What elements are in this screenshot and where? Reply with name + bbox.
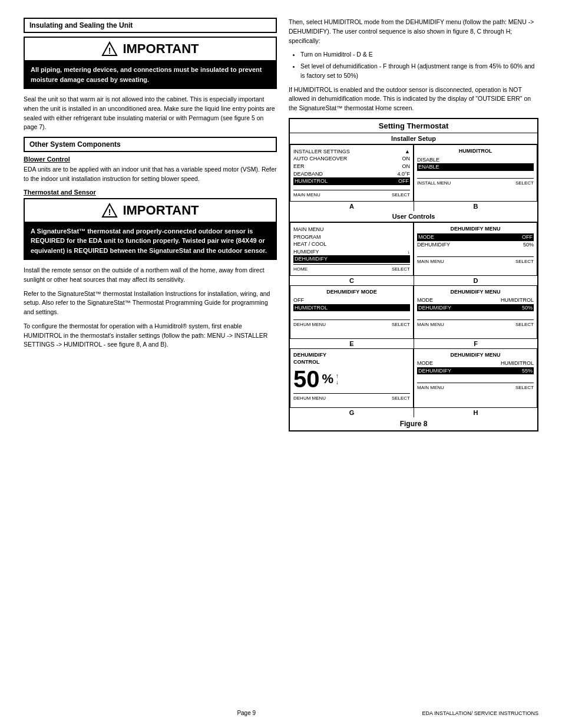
important-title-1: ! IMPORTANT <box>25 38 276 61</box>
cell-a-row5-highlight: HUMIDITROLOFF <box>293 177 410 185</box>
label-a: A <box>290 201 414 211</box>
para-signaturestat-ref: Refer to the SignatureStat™ thermostat I… <box>24 289 277 317</box>
figure-cell-b: HUMIDITROL DISABLE ENABLE INSTALL MENUSE… <box>414 144 537 201</box>
cell-f-dehumidify: DEHUMIDIFY50% <box>417 304 534 312</box>
cell-a-bottom: MAIN MENUSELECT <box>293 190 410 198</box>
cell-c-bottom: HOMESELECT <box>293 264 410 272</box>
figure-cell-h: DEHUMIDIFY MENU MODEHUMIDITROL DEHUMIDIF… <box>414 348 537 407</box>
cell-c-dehumidify: DEHUMIDIFY <box>293 255 410 263</box>
label-e: E <box>290 338 414 348</box>
figure-cell-c: MAIN MENU PROGRAM HEAT / COOL HUMIDIFY↓ … <box>290 222 414 275</box>
para-intro: Then, select HUMIDITROL mode from the DE… <box>289 18 538 45</box>
footer-right: EDA INSTALLATION/ SERVICE INSTRUCTIONS <box>422 710 538 716</box>
label-h: H <box>414 407 537 417</box>
page-footer: Page 9 EDA INSTALLATION/ SERVICE INSTRUC… <box>0 710 562 716</box>
important1-label: IMPORTANT <box>123 41 199 57</box>
bullet-list: Turn on Humiditrol - D & E Set level of … <box>300 50 538 80</box>
cell-d-mode: MODEOFF <box>417 233 534 241</box>
cell-f-bottom: MAIN MENUSELECT <box>417 319 534 328</box>
important2-body: A SignatureStat™ thermostat and properly… <box>25 223 276 259</box>
bullet-2: Set level of dehumidification - F throug… <box>300 62 538 81</box>
figure-cd-row: MAIN MENU PROGRAM HEAT / COOL HUMIDIFY↓ … <box>290 222 537 275</box>
figure-caption: Figure 8 <box>290 417 537 430</box>
para-remote-sensor: Install the remote sensor on the outside… <box>24 266 277 285</box>
cell-f-mode: MODEHUMIDITROL <box>417 297 534 304</box>
label-f: F <box>414 338 537 348</box>
para-outside-err: If HUMIDITROL is enabled and the outdoor… <box>289 85 538 113</box>
section-insulating-header: Insulating and Sealing the Unit <box>24 18 277 33</box>
cell-a-row3: EERON <box>293 163 410 170</box>
cell-c-row3: HEAT / COOL <box>293 241 410 248</box>
para-seal: Seal the unit so that warm air is not al… <box>24 95 277 132</box>
arrows-g: ↑ ↓ <box>336 373 339 386</box>
subheading-blower: Blower Control <box>24 156 277 163</box>
cd-labels: C D <box>290 275 537 285</box>
label-g: G <box>290 407 414 417</box>
important2-label: IMPORTANT <box>123 203 199 218</box>
left-column: Insulating and Sealing the Unit ! IMPORT… <box>24 18 277 431</box>
user-controls-label: User Controls <box>290 211 537 222</box>
cell-e-humiditrol: HUMIDITROL <box>293 304 410 312</box>
cell-b-disable: DISABLE <box>417 156 534 164</box>
cell-h-mode: MODEHUMIDITROL <box>417 360 534 367</box>
cell-a-row1: INSTALLER SETTINGS▲ <box>293 148 410 156</box>
page-number: Page 9 <box>71 710 422 716</box>
cell-c-row2: PROGRAM <box>293 233 410 241</box>
label-d: D <box>414 275 537 285</box>
cell-h-dehumidify: DEHUMIDIFY55% <box>417 367 534 375</box>
figure-ef-row: DEHUMIDIFY MODE OFF HUMIDITROL DEHUM MEN… <box>290 285 537 338</box>
figure-cell-a: INSTALLER SETTINGS▲ AUTO CHANGEOVERON EE… <box>290 144 414 201</box>
important-box-1: ! IMPORTANT All piping, metering devices… <box>24 37 277 89</box>
figure-cell-d: DEHUMIDIFY MENU MODEOFF DEHUMIDIFY50% MA… <box>414 222 537 275</box>
cell-a-row2: AUTO CHANGEOVERON <box>293 155 410 163</box>
figure-title: Setting Thermostat <box>290 119 537 133</box>
percent-g: % <box>322 371 334 387</box>
para-blower: EDA units are to be applied with an indo… <box>24 165 277 184</box>
cell-h-bottom: MAIN MENUSELECT <box>417 383 534 391</box>
figure-cell-f: DEHUMIDIFY MENU MODEHUMIDITROL DEHUMIDIF… <box>414 285 537 338</box>
svg-text:!: ! <box>108 46 111 55</box>
cell-d-dehumidify: DEHUMIDIFY50% <box>417 241 534 249</box>
warning-triangle-icon-2: ! <box>101 203 118 218</box>
ab-labels: A B <box>290 201 537 211</box>
label-b: B <box>414 201 537 211</box>
cell-d-bottom: MAIN MENUSELECT <box>417 256 534 265</box>
section-other-components-header: Other System Components <box>24 137 277 152</box>
important1-body: All piping, metering devices, and connec… <box>25 61 276 88</box>
svg-text:!: ! <box>108 207 111 217</box>
bullet-1: Turn on Humiditrol - D & E <box>300 50 538 60</box>
cell-c-row4: HUMIDIFY↓ <box>293 248 410 256</box>
right-column: Then, select HUMIDITROL mode from the DE… <box>289 18 538 431</box>
cell-a-row4: DEADBAND4.0°F <box>293 170 410 178</box>
cell-e-off: OFF <box>293 297 410 304</box>
gh-labels: G H <box>290 407 537 417</box>
page: Insulating and Sealing the Unit ! IMPORT… <box>0 0 562 728</box>
big-number-g: 50 <box>293 367 320 391</box>
important-title-2: ! IMPORTANT <box>25 199 276 223</box>
figure-8: Setting Thermostat Installer Setup INSTA… <box>289 118 538 431</box>
cell-g-bottom: DEHUM MENUSELECT <box>293 393 410 401</box>
subheading-thermostat: Thermostat and Sensor <box>24 189 277 196</box>
warning-triangle-icon-1: ! <box>101 41 118 57</box>
figure-gh-row: DEHUMIDIFY CONTROL 50 % ↑ ↓ DEHU <box>290 348 537 407</box>
ef-labels: E F <box>290 338 537 348</box>
label-c: C <box>290 275 414 285</box>
figure-cell-e: DEHUMIDIFY MODE OFF HUMIDITROL DEHUM MEN… <box>290 285 414 338</box>
cell-c-row1: MAIN MENU <box>293 226 410 233</box>
para-configure: To configure the thermostat for operatio… <box>24 322 277 350</box>
figure-installer-row: INSTALLER SETTINGS▲ AUTO CHANGEOVERON EE… <box>290 144 537 201</box>
important-box-2: ! IMPORTANT A SignatureStat™ thermostat … <box>24 198 277 261</box>
cell-b-bottom: INSTALL MENUSELECT <box>417 178 534 186</box>
cell-b-enable-highlight: ENABLE <box>417 163 534 171</box>
cell-e-bottom: DEHUM MENUSELECT <box>293 319 410 328</box>
figure-installer-setup: Installer Setup <box>290 133 537 144</box>
figure-cell-g: DEHUMIDIFY CONTROL 50 % ↑ ↓ DEHU <box>290 348 414 407</box>
